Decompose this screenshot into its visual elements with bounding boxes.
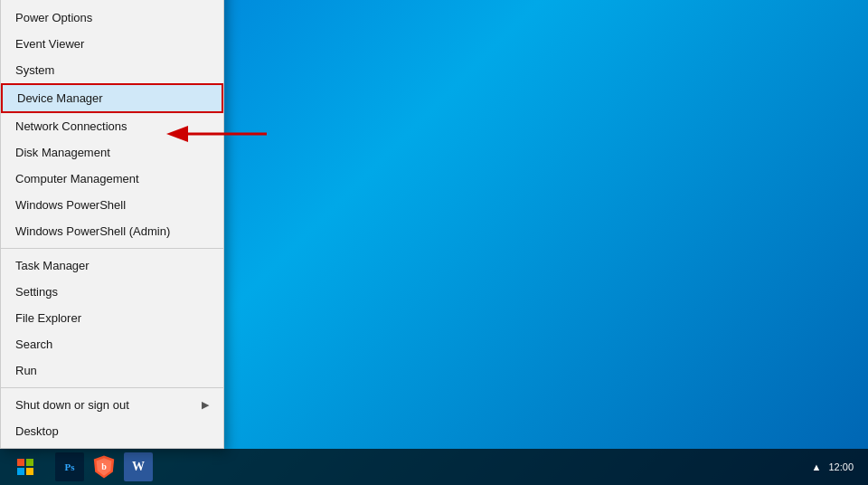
svg-rect-2	[17, 459, 24, 466]
menu-item-power-options[interactable]: Power Options	[1, 5, 223, 31]
taskbar-photoshop[interactable]: Ps	[52, 450, 87, 484]
svg-text:b: b	[101, 461, 107, 471]
menu-item-event-viewer[interactable]: Event Viewer	[1, 31, 223, 57]
taskbar-apps: Ps b W	[52, 450, 156, 484]
svg-rect-4	[17, 468, 24, 475]
photoshop-icon: Ps	[55, 452, 84, 481]
menu-item-network-connections[interactable]: Network Connections	[1, 113, 223, 139]
desktop: Apps and Features Power Options Event Vi…	[0, 0, 868, 485]
context-menu: Apps and Features Power Options Event Vi…	[0, 0, 224, 449]
menu-item-shut-down-sign-out[interactable]: Shut down or sign out ▶	[1, 392, 223, 418]
tray-clock: 12:00	[828, 461, 854, 472]
brave-icon: b	[91, 454, 117, 480]
menu-item-settings[interactable]: Settings	[1, 279, 223, 305]
menu-item-windows-powershell[interactable]: Windows PowerShell	[1, 192, 223, 218]
taskbar-brave[interactable]: b	[87, 450, 121, 484]
svg-rect-5	[26, 468, 33, 475]
word-icon: W	[124, 452, 153, 481]
separator-2	[1, 387, 223, 388]
submenu-arrow-icon: ▶	[202, 399, 209, 411]
menu-item-system[interactable]: System	[1, 57, 223, 83]
menu-item-task-manager[interactable]: Task Manager	[1, 252, 223, 279]
taskbar-tray: ▲ 12:00	[812, 461, 864, 472]
menu-item-file-explorer[interactable]: File Explorer	[1, 305, 223, 331]
menu-item-device-manager[interactable]: Device Manager	[1, 83, 223, 113]
menu-item-search[interactable]: Search	[1, 331, 223, 357]
separator-1	[1, 248, 223, 249]
menu-item-disk-management[interactable]: Disk Management	[1, 139, 223, 166]
menu-item-computer-management[interactable]: Computer Management	[1, 166, 223, 192]
start-button[interactable]	[4, 449, 47, 485]
menu-item-desktop[interactable]: Desktop	[1, 418, 223, 444]
svg-rect-3	[26, 459, 33, 466]
menu-item-windows-powershell-admin[interactable]: Windows PowerShell (Admin)	[1, 218, 223, 244]
taskbar: Ps b W ▲ 12:00	[0, 449, 868, 485]
tray-time: ▲	[812, 461, 822, 472]
taskbar-word[interactable]: W	[121, 450, 156, 484]
menu-item-run[interactable]: Run	[1, 357, 223, 384]
windows-icon	[17, 459, 33, 475]
